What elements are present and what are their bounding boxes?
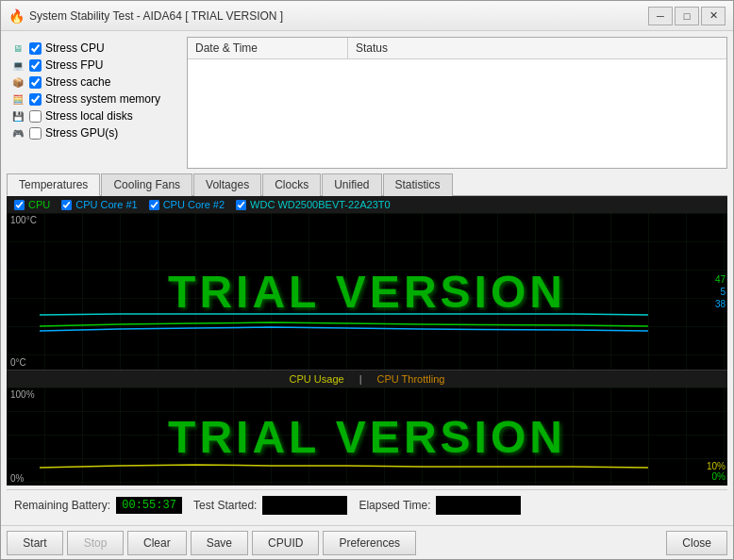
legend-core1-label: CPU Core #1 [75,199,137,210]
test-started: Test Started: [193,496,347,515]
log-col-datetime: Date & Time [188,38,348,58]
log-header: Date & Time Status [188,38,726,59]
status-bar: Remaining Battery: 00:55:37 Test Started… [7,489,727,519]
checkbox-item-stress-cache[interactable]: 📦Stress cache [10,74,177,90]
temp-y-top: 100°C [10,215,37,225]
stress-cpu-checkbox[interactable] [29,42,42,55]
log-rows [188,59,726,168]
legend-cpu-label: CPU [28,199,50,210]
top-section: 🖥Stress CPU💻Stress FPU📦Stress cache🧮Stre… [7,37,727,169]
temp-chart: CPU CPU Core #1 CPU Core #2 WDC WD2 [7,196,727,371]
main-content: 🖥Stress CPU💻Stress FPU📦Stress cache🧮Stre… [1,31,733,525]
legend-core2-check[interactable] [149,200,159,210]
stress-gpu-icon: 🎮 [10,125,25,140]
legend-core1-check[interactable] [61,200,72,210]
legend-hdd-label: WDC WD2500BEVT-22A23T0 [250,199,391,210]
tab-temperatures[interactable]: Temperatures [7,173,100,196]
stress-cache-label: Stress cache [45,75,110,89]
remaining-label: Remaining Battery: [14,499,110,512]
cpu-chart-body: 100% 0% TRIAL VERSION 10% 0% [7,387,727,486]
remaining-value: 00:55:37 [116,497,182,514]
stress-memory-checkbox[interactable] [29,93,42,106]
checkbox-item-stress-memory[interactable]: 🧮Stress system memory [10,91,177,107]
temp-y-bottom: 0°C [10,357,26,368]
svg-rect-0 [7,213,727,370]
log-col-status: Status [348,38,726,58]
cpu-val-2: 0% [712,471,726,482]
legend-core1: CPU Core #1 [61,199,137,210]
cpu-throttle-label: CPU Throttling [377,373,445,385]
title-controls: ─ □ ✕ [648,7,726,25]
checkbox-item-stress-local[interactable]: 💾Stress local disks [10,108,177,124]
temp-grid [7,213,727,370]
checkboxes-panel: 🖥Stress CPU💻Stress FPU📦Stress cache🧮Stre… [7,37,181,169]
temp-legend: CPU CPU Core #1 CPU Core #2 WDC WD2 [7,196,727,213]
cpu-val-1: 10% [707,461,726,471]
temp-val-2: 5 [720,287,726,297]
remaining-battery: Remaining Battery: 00:55:37 [14,497,182,514]
legend-core2: CPU Core #2 [149,199,225,210]
chart-area: CPU CPU Core #1 CPU Core #2 WDC WD2 [7,196,727,486]
stress-fpu-icon: 💻 [10,58,25,73]
window-title: System Stability Test - AIDA64 [ TRIAL V… [29,9,648,23]
checkbox-item-stress-gpu[interactable]: 🎮Stress GPU(s) [10,125,177,140]
stress-cache-icon: 📦 [10,74,25,90]
legend-separator: | [359,373,362,385]
stress-fpu-checkbox[interactable] [29,59,42,72]
stress-local-checkbox[interactable] [29,110,42,123]
tab-unified[interactable]: Unified [322,173,381,196]
cpuid-button[interactable]: CPUID [252,531,319,555]
legend-hdd: WDC WD2500BEVT-22A23T0 [236,199,391,210]
elapsed-label: Elapsed Time: [359,499,430,512]
app-icon: 🔥 [8,8,24,24]
cpuid-label: CPUID [268,536,303,550]
preferences-button[interactable]: Preferences [323,531,416,555]
tab-clocks[interactable]: Clocks [262,173,321,196]
log-panel: Date & Time Status [187,37,727,169]
cpu-legend: CPU Usage | CPU Throttling [7,371,727,387]
main-window: 🔥 System Stability Test - AIDA64 [ TRIAL… [0,0,734,560]
stress-cpu-icon: 🖥 [10,41,25,56]
legend-cpu: CPU [14,199,50,210]
stress-cache-checkbox[interactable] [29,76,42,89]
tab-bar: TemperaturesCooling FansVoltagesClocksUn… [7,173,727,196]
stress-cpu-label: Stress CPU [45,41,105,55]
minimize-button[interactable]: ─ [648,7,673,25]
temp-values-right: 47 5 38 [715,274,726,309]
elapsed-value [436,496,521,515]
cpu-values-right: 10% 0% [707,461,726,482]
close-window-button[interactable]: ✕ [701,7,726,25]
checkbox-item-stress-fpu[interactable]: 💻Stress FPU [10,58,177,73]
title-bar: 🔥 System Stability Test - AIDA64 [ TRIAL… [1,1,733,31]
cpu-usage-label: CPU Usage [290,373,344,385]
checkbox-item-stress-cpu[interactable]: 🖥Stress CPU [10,41,177,56]
stress-fpu-label: Stress FPU [45,58,103,72]
stress-memory-icon: 🧮 [10,91,25,107]
svg-rect-1 [7,387,727,486]
stress-local-icon: 💾 [10,108,25,124]
maximize-button[interactable]: □ [675,7,699,25]
legend-cpu-check[interactable] [14,200,25,210]
elapsed-time: Elapsed Time: [359,496,521,515]
tab-statistics[interactable]: Statistics [383,173,453,196]
temp-val-3: 38 [715,299,726,309]
tab-cooling-fans[interactable]: Cooling Fans [101,173,192,196]
temp-val-1: 47 [715,274,726,285]
button-bar: Start Stop Clear Save CPUID Preferences … [1,525,733,559]
stress-local-label: Stress local disks [45,109,133,123]
test-started-value [262,496,347,515]
temp-chart-body: 100°C 0°C TRIAL VERSION 47 5 38 [7,213,727,370]
stress-gpu-checkbox[interactable] [29,127,42,140]
tab-voltages[interactable]: Voltages [193,173,261,196]
clear-button[interactable]: Clear [127,531,187,555]
stop-button[interactable]: Stop [67,531,124,555]
legend-hdd-check[interactable] [236,200,246,210]
cpu-chart: CPU Usage | CPU Throttling [7,371,727,486]
start-button[interactable]: Start [7,531,63,555]
save-button[interactable]: Save [191,531,248,555]
stress-gpu-label: Stress GPU(s) [45,126,118,140]
tabs-section: TemperaturesCooling FansVoltagesClocksUn… [7,173,727,486]
test-started-label: Test Started: [193,499,257,512]
stress-memory-label: Stress system memory [45,92,160,106]
close-button[interactable]: Close [666,531,727,555]
